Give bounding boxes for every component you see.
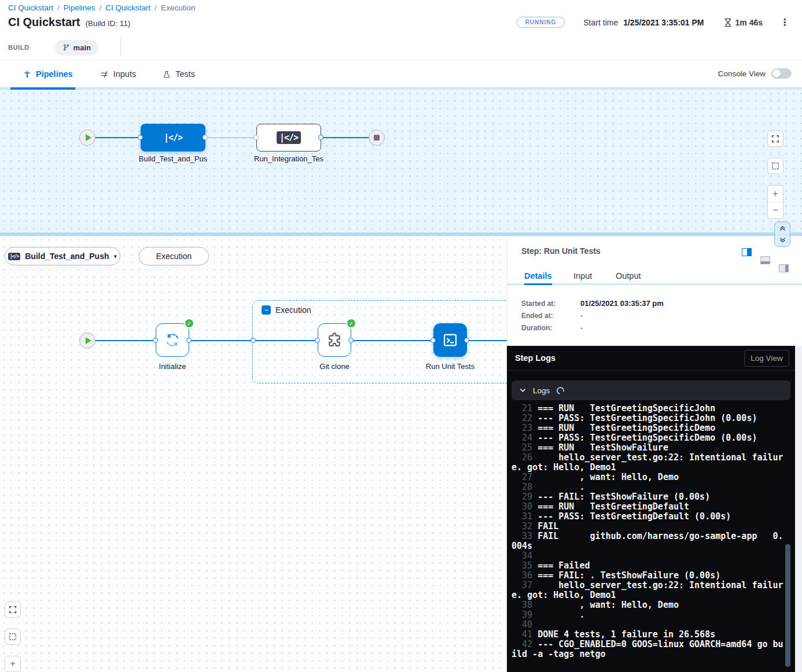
stage-node-run-integration-test[interactable]: |</>: [256, 124, 321, 152]
zoom-in-button[interactable]: +: [768, 186, 783, 202]
tab-label: Pipelines: [36, 69, 73, 79]
branch-pill[interactable]: main: [55, 40, 98, 56]
git-branch-icon: [62, 43, 70, 51]
layout-right-button[interactable]: [779, 264, 789, 272]
log-line: 27 , want: Hello, Demo: [512, 472, 783, 482]
title-row: CI Quickstart (Build ID: 11): [8, 16, 130, 29]
tab-inputs[interactable]: Inputs: [100, 69, 137, 79]
zoom-in-button[interactable]: +: [5, 656, 21, 672]
breadcrumb-separator: /: [100, 3, 102, 12]
breadcrumb-link[interactable]: Pipelines: [64, 3, 95, 12]
log-line: 40: [512, 620, 783, 630]
connector-line: [351, 340, 433, 341]
log-line: 25 === RUN TestShowFailure: [512, 443, 783, 453]
pipeline-start-node[interactable]: [79, 130, 95, 146]
log-lines: 21 === RUN TestGreetingSpecificJohn 22 -…: [512, 404, 783, 659]
node-port: [138, 135, 143, 140]
stage-selector-dropdown[interactable]: |</> Build_Test_and_Push ▾: [5, 247, 120, 265]
panel-resize-controls: [774, 221, 790, 247]
step-details-panel: Step: Run Unit Tests Details Input Outpu…: [507, 236, 802, 346]
more-options-button[interactable]: ⋮: [780, 18, 789, 27]
step-node-run-unit-tests[interactable]: [433, 323, 467, 357]
plugin-puzzle-icon: [326, 331, 343, 349]
log-line: 39 .: [512, 610, 783, 620]
log-line: 41 DONE 4 tests, 1 failure in 26.568s: [512, 630, 783, 640]
pipeline-end-node: [369, 130, 385, 146]
hourglass-icon: [724, 18, 732, 27]
execution-view-button[interactable]: Execution: [139, 247, 209, 265]
execution-page: CI Quickstart / Pipelines / CI Quickstar…: [0, 0, 802, 672]
selection-mode-button[interactable]: [767, 158, 783, 174]
flask-icon: [163, 70, 171, 79]
log-line: 38 , want: Hello, Demo: [512, 600, 783, 610]
ci-codebase-icon: |</>: [8, 253, 20, 260]
fullscreen-button[interactable]: [5, 601, 21, 618]
node-port: [186, 338, 192, 343]
breadcrumb: CI Quickstart / Pipelines / CI Quickstar…: [8, 3, 195, 12]
breadcrumb-link[interactable]: CI Quickstart: [8, 3, 53, 12]
stage-start-node[interactable]: [79, 333, 95, 349]
log-view-button[interactable]: Log View: [744, 350, 789, 367]
detail-label: Ended at:: [521, 312, 553, 320]
log-line: 29 --- FAIL: TestShowFailure (0.00s): [512, 492, 783, 502]
detail-label: Duration:: [521, 324, 552, 332]
log-line: 37 hello_server_test.go:22: Intentional …: [512, 581, 783, 600]
start-time-label: Start time: [583, 18, 618, 27]
stage-canvas[interactable]: |</> Build_Test_and_Push ▾ Execution − E…: [0, 236, 507, 672]
node-label: Run_Integration_Tes: [245, 154, 333, 163]
connector-line: [95, 137, 141, 138]
inputs-icon: [100, 70, 109, 79]
logs-section-header[interactable]: Logs: [512, 381, 790, 400]
tab-tests[interactable]: Tests: [163, 69, 195, 79]
plus-icon: +: [10, 658, 16, 670]
toggle-knob: [772, 69, 781, 77]
stage-node-build-test-and-push[interactable]: |</>: [141, 124, 205, 152]
logs-section-label: Logs: [533, 386, 550, 395]
pipeline-canvas[interactable]: |</> |</> Build_Test_and_Pus Run_Integra…: [0, 90, 802, 232]
log-line: 22 --- PASS: TestGreetingSpecificJohn (0…: [512, 413, 783, 423]
log-line: 35 === Failed: [512, 561, 783, 571]
log-line: 26 hello_server_test.go:22: Intentional …: [512, 453, 783, 472]
tab-pipelines[interactable]: Pipelines: [23, 69, 73, 79]
zoom-controls: + −: [767, 185, 783, 219]
elapsed-value: 1m 46s: [735, 18, 763, 27]
selection-mode-button[interactable]: [5, 629, 21, 645]
log-scrollbar[interactable]: [785, 544, 790, 667]
fullscreen-button[interactable]: [767, 131, 783, 147]
log-line: 36 === FAIL: . TestShowFailure (0.00s): [512, 571, 783, 581]
collapse-down-button[interactable]: [775, 234, 790, 247]
node-port: [253, 135, 259, 140]
breadcrumb-current: Execution: [161, 3, 195, 12]
log-line: 31 --- PASS: TestGreetingDefault (0.00s): [512, 512, 783, 522]
status-row: RUNNING Start time 1/25/2021 3:35:01 PM …: [517, 17, 789, 28]
node-port: [251, 338, 256, 343]
breadcrumb-separator: /: [154, 3, 157, 12]
elapsed-time: 1m 46s: [724, 18, 763, 27]
console-view-toggle[interactable]: [771, 68, 792, 79]
tab-details[interactable]: Details: [524, 271, 552, 280]
ci-codebase-icon: |</>: [164, 132, 182, 143]
page-title: CI Quickstart: [8, 16, 80, 29]
layout-split-right-button[interactable]: [742, 248, 752, 256]
stage-selector-label: Build_Test_and_Push: [25, 252, 109, 261]
play-icon: [86, 134, 91, 141]
breadcrumb-link[interactable]: CI Quickstart: [105, 3, 150, 12]
collapse-group-button[interactable]: −: [262, 305, 271, 315]
tab-output[interactable]: Output: [616, 271, 641, 280]
execution-group-label: Execution: [275, 305, 311, 315]
node-port: [315, 338, 320, 343]
step-node-git-clone[interactable]: [318, 323, 351, 357]
node-label: Run Unit Tests: [407, 362, 494, 371]
build-row: BUILD main: [8, 38, 121, 57]
step-node-initialize[interactable]: [156, 323, 189, 357]
node-label: Initialize: [138, 362, 207, 371]
layout-bottom-button[interactable]: [760, 256, 770, 264]
collapse-up-button[interactable]: [775, 222, 790, 234]
tab-input[interactable]: Input: [573, 271, 592, 280]
node-label: Build_Test_and_Pus: [129, 154, 217, 163]
pipelines-icon: [23, 70, 31, 79]
step-logs-panel: Step Logs Log View Logs 21 === RUN TestG…: [507, 346, 795, 672]
zoom-out-button[interactable]: −: [768, 202, 783, 218]
start-time-value: 1/25/2021 3:35:01 PM: [623, 18, 704, 27]
connector-line: [205, 137, 256, 138]
